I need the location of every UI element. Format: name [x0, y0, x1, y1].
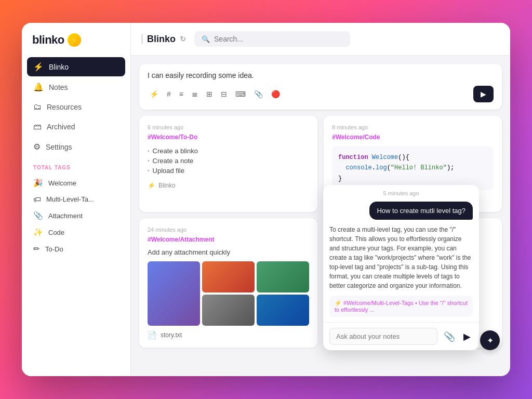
image-item [148, 261, 200, 326]
search-icon: 🔍 [202, 35, 210, 43]
sidebar-nav: ⚡Blinko🔔Notes🗂Resources🗃Archived⚙Setting… [22, 57, 130, 156]
sidebar-tags: 🎉Welcome🏷Multi-Level-Ta...📎Attachment✨Co… [22, 175, 130, 257]
attachment-card-time: 24 minutes ago [148, 227, 309, 233]
nav-label-settings: Settings [46, 143, 72, 151]
sidebar-item-blinko[interactable]: ⚡Blinko [27, 57, 125, 76]
list-item: Create a note [148, 156, 309, 166]
chat-ai-response: To create a multi-level tag, you can use… [323, 225, 479, 296]
tag-icon-multi-level: 🏷 [33, 195, 41, 204]
code-block: function Welcome(){ console.log("Hello! … [332, 146, 494, 190]
sidebar-item-notes[interactable]: 🔔Notes [27, 77, 125, 97]
tag-item-multi-level[interactable]: 🏷Multi-Level-Ta... [22, 191, 130, 207]
compose-placeholder: I can easily recording some idea. [148, 71, 494, 79]
chat-input[interactable] [329, 328, 437, 345]
footer-bolt-icon: ⚡ [148, 182, 155, 189]
header-title-text: Blinko [147, 34, 176, 45]
toolbar-ol-icon[interactable]: ≣ [190, 89, 200, 99]
toolbar-attach-icon[interactable]: 📎 [252, 89, 265, 99]
nav-icon-notes: 🔔 [33, 82, 44, 92]
chat-panel: 5 minutes ago How to create mutli level … [323, 185, 479, 350]
toolbar-record-icon[interactable]: 🔴 [269, 89, 282, 99]
todo-card-tag[interactable]: #Welcome/To-Do [148, 134, 309, 141]
chat-source[interactable]: ⚡ #Welcome/Multi-Level-Tags • Use the "/… [329, 296, 473, 317]
tag-item-attachment[interactable]: 📎Attachment [22, 207, 130, 224]
todo-card-footer: ⚡ Blinko [148, 182, 309, 189]
tag-label-welcome: Welcome [48, 179, 76, 187]
toolbar-minus-icon[interactable]: ⊟ [219, 89, 229, 99]
chat-input-area: 📎 ▶ [323, 322, 479, 350]
tag-icon-welcome: 🎉 [33, 178, 43, 188]
tag-icon-attachment: 📎 [33, 211, 43, 220]
tag-label-code: Code [48, 229, 64, 236]
compose-area: I can easily recording some idea. ⚡ # ≡ … [139, 64, 502, 110]
app-logo: blinko ⚡ [22, 33, 130, 57]
image-grid [148, 261, 309, 326]
toolbar-code-icon[interactable]: ⌨ [233, 89, 248, 99]
tag-label-attachment: Attachment [48, 212, 83, 220]
tag-label-multi-level: Multi-Level-Ta... [46, 195, 94, 203]
search-input[interactable] [214, 35, 343, 43]
header-divider [141, 34, 143, 44]
attachment-card-title: Add any attachment quickly [148, 248, 309, 256]
image-item [202, 261, 255, 292]
chat-user-message: How to create mutli level tag? [323, 202, 479, 225]
chat-time: 5 minutes ago [323, 185, 479, 202]
sidebar: blinko ⚡ ⚡Blinko🔔Notes🗂Resources🗃Archive… [22, 23, 131, 376]
image-item [202, 295, 255, 326]
compose-toolbar: ⚡ # ≡ ≣ ⊞ ⊟ ⌨ 📎 🔴 ▶ [148, 86, 494, 102]
attachment-card-tag[interactable]: #Welcome/Attachment [148, 236, 309, 243]
logo-text: blinko [32, 33, 64, 47]
nav-label-resources: Resources [47, 103, 82, 111]
tag-item-todo[interactable]: ✏To-Do [22, 241, 130, 257]
main-area: Blinko ↻ 🔍 I can easily recording some i… [131, 23, 510, 376]
toolbar-table-icon[interactable]: ⊞ [204, 89, 215, 99]
tag-icon-todo: ✏ [33, 244, 40, 254]
search-box[interactable]: 🔍 [194, 31, 350, 47]
list-item: Upload file [148, 166, 309, 176]
nav-icon-archived: 🗃 [33, 122, 42, 131]
tag-item-welcome[interactable]: 🎉Welcome [22, 175, 130, 191]
toolbar-list-icon[interactable]: ≡ [177, 89, 185, 99]
file-item: 📄 story.txt [148, 331, 309, 339]
todo-card-time: 6 minutes ago [148, 124, 309, 130]
compose-send-button[interactable]: ▶ [473, 86, 494, 102]
file-name: story.txt [161, 331, 182, 339]
nav-icon-blinko: ⚡ [33, 62, 44, 72]
code-card-tag[interactable]: #Welcome/Code [332, 134, 494, 141]
header-title: Blinko ↻ [141, 34, 186, 45]
header: Blinko ↻ 🔍 [131, 23, 510, 56]
sidebar-item-settings[interactable]: ⚙Settings [27, 137, 125, 156]
nav-icon-settings: ⚙ [33, 142, 41, 152]
attachment-card: 24 minutes ago #Welcome/Attachment Add a… [139, 218, 317, 348]
tag-icon-code: ✨ [33, 228, 43, 237]
nav-label-notes: Notes [49, 83, 68, 91]
tag-item-code[interactable]: ✨Code [22, 224, 130, 241]
nav-icon-resources: 🗂 [33, 102, 42, 112]
header-refresh-icon[interactable]: ↻ [180, 35, 186, 43]
chat-attach-button[interactable]: 📎 [442, 329, 457, 344]
todo-card: 6 minutes ago #Welcome/To-Do Create a bl… [139, 116, 317, 212]
todo-card-list: Create a blinko Create a note Upload fil… [148, 146, 309, 176]
fab-button[interactable]: ✦ [480, 330, 500, 350]
file-icon: 📄 [148, 331, 156, 339]
toolbar-bold-icon[interactable]: ⚡ [148, 89, 161, 99]
sidebar-item-archived[interactable]: 🗃Archived [27, 117, 125, 136]
image-item [257, 295, 309, 326]
chat-bubble: How to create mutli level tag? [369, 202, 473, 220]
sidebar-item-resources[interactable]: 🗂Resources [27, 98, 125, 116]
nav-label-archived: Archived [47, 123, 75, 131]
image-item [257, 261, 309, 292]
tags-section-label: TOTAL TAGS [22, 156, 130, 175]
nav-label-blinko: Blinko [49, 63, 69, 71]
tag-label-todo: To-Do [45, 245, 63, 253]
toolbar-hash-icon[interactable]: # [165, 89, 173, 99]
list-item: Create a blinko [148, 146, 309, 156]
chat-send-button[interactable]: ▶ [461, 329, 473, 344]
code-card-time: 8 minutes ago [332, 124, 494, 130]
logo-icon: ⚡ [68, 33, 81, 47]
footer-label: Blinko [158, 182, 176, 189]
